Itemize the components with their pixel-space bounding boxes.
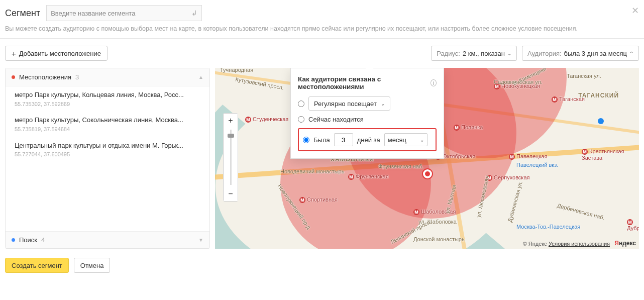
chevron-up-icon: ⌃ — [629, 51, 633, 56]
zoom-in-button[interactable]: + — [224, 114, 238, 128]
search-title: Поиск — [19, 236, 37, 244]
audience-popover: Как аудитория связана с местоположениями… — [290, 68, 444, 159]
expand-icon: ▼ — [198, 237, 203, 243]
copyright-text: © Яндекс — [523, 241, 549, 247]
map-metro-label: Таганская — [552, 96, 585, 103]
locations-list: метро Парк культуры, Кольцевая линия, Мо… — [6, 86, 209, 231]
days-label: дней за — [357, 136, 380, 144]
location-item[interactable]: метро Парк культуры, Сокольническая лини… — [6, 112, 209, 137]
location-name: метро Парк культуры, Кольцевая линия, Мо… — [15, 90, 200, 99]
add-location-label: Добавить местоположение — [19, 50, 101, 57]
search-count: 4 — [41, 236, 45, 244]
locations-title: Местоположения — [19, 73, 71, 81]
map-copyright: © Яндекс Условия использования — [523, 241, 610, 247]
zoom-slider[interactable] — [230, 130, 232, 185]
map-metro-label: Крестьянская Застава — [582, 148, 639, 161]
location-coords: 55.735819, 37.594684 — [15, 126, 200, 133]
map-metro-label: Серпуховская — [486, 174, 529, 181]
blue-dot-icon — [12, 238, 15, 242]
period-value: месяц — [388, 136, 406, 144]
zoom-control: + − — [223, 113, 238, 202]
map-blue-dot — [598, 118, 604, 124]
radius-dropdown[interactable]: Радиус: 2 км., показан ⌄ — [431, 46, 517, 61]
radio-regular[interactable]: Регулярно посещает ⌄ — [298, 96, 437, 111]
map-label: Новодевичий монастырь — [280, 168, 344, 174]
chevron-down-icon: ⌄ — [381, 101, 385, 107]
radio-input[interactable] — [303, 137, 309, 143]
radius-value: 2 км., показан — [463, 50, 505, 57]
chevron-down-icon: ⌄ — [507, 51, 511, 56]
radius-label: Радиус: — [437, 50, 460, 57]
add-location-button[interactable]: + Добавить местоположение — [5, 46, 108, 61]
map-metro-label: Дубровка — [627, 219, 639, 231]
map-label: Тучнародная — [220, 68, 253, 73]
regular-label: Регулярно посещает — [314, 100, 377, 108]
regular-select[interactable]: Регулярно посещает ⌄ — [308, 96, 390, 111]
cancel-button[interactable]: Отмена — [74, 258, 111, 273]
close-icon[interactable]: ✕ — [631, 5, 639, 16]
location-coords: 55.735302, 37.592869 — [15, 101, 200, 108]
terms-link[interactable]: Условия использования — [549, 241, 610, 247]
zoom-thumb[interactable] — [228, 134, 234, 138]
location-name: Центральный парк культуры и отдыха имени… — [15, 141, 200, 150]
map-metro-label: Полянка — [454, 124, 483, 131]
period-select[interactable]: месяц ⌄ — [384, 133, 427, 146]
sidebar: Местоположения 3 ▲ метро Парк культуры, … — [5, 68, 210, 249]
location-coords: 55.727044, 37.600495 — [15, 151, 200, 158]
radio-input[interactable] — [298, 116, 304, 123]
map-label: Москва-Тов.-Павелецкая — [516, 224, 580, 230]
map-metro-label: Павелецкая — [509, 153, 547, 160]
map-metro-label: Студенческая — [245, 116, 288, 123]
audience-value: была 3 дня за месяц — [564, 50, 627, 57]
collapse-icon: ▲ — [198, 74, 203, 80]
days-input[interactable] — [334, 133, 353, 146]
location-item[interactable]: Центральный парк культуры и отдыха имени… — [6, 137, 209, 162]
location-name: метро Парк культуры, Сокольническая лини… — [15, 116, 200, 125]
radio-input[interactable] — [298, 101, 304, 107]
radio-now[interactable]: Сейчас находится — [298, 116, 437, 123]
page-title: Сегмент — [5, 8, 40, 19]
divider — [0, 38, 644, 39]
enter-icon: ↲ — [191, 9, 197, 17]
was-label: Была — [313, 136, 330, 144]
red-dot-icon — [12, 75, 15, 79]
map-marker[interactable] — [423, 169, 432, 178]
yandex-logo: Яндекс — [614, 240, 636, 247]
radio-was-row: Была дней за месяц ⌄ — [298, 128, 437, 151]
create-segment-button[interactable]: Создать сегмент — [5, 258, 69, 273]
audience-dropdown[interactable]: Аудитория: была 3 дня за месяц ⌃ — [522, 46, 639, 61]
info-icon[interactable]: i — [431, 79, 437, 86]
now-label: Сейчас находится — [308, 116, 364, 123]
map-metro-label: Спортивная — [299, 196, 338, 203]
zoom-out-button[interactable]: − — [224, 187, 238, 201]
map[interactable]: ТАГАНСКИЙ ХАМОВНИКИ Тучнародная Кутузовс… — [215, 68, 639, 249]
map-label: Павелецкий вкз. — [516, 162, 558, 168]
location-item[interactable]: метро Парк культуры, Кольцевая линия, Мо… — [6, 86, 209, 112]
popover-title: Как аудитория связана с местоположениями — [298, 75, 427, 90]
audience-label: Аудитория: — [527, 50, 562, 57]
map-label: Донской монастырь — [413, 236, 465, 242]
chevron-down-icon: ⌄ — [420, 137, 424, 143]
map-label: Фрунзенская наб. — [378, 163, 423, 169]
locations-count: 3 — [75, 73, 79, 81]
segment-name-input[interactable]: Введите название сегмента ↲ — [46, 5, 202, 21]
locations-section-header[interactable]: Местоположения 3 ▲ — [6, 68, 209, 86]
search-section-header[interactable]: Поиск 4 ▼ — [6, 231, 209, 248]
description-text: Вы можете создать аудиторию с помощью вы… — [0, 25, 644, 35]
segment-name-placeholder: Введите название сегмента — [51, 10, 135, 17]
map-label: Таганская ул. — [567, 73, 601, 79]
map-metro-label: Фрунзенская — [348, 173, 389, 180]
plus-icon: + — [12, 49, 16, 58]
